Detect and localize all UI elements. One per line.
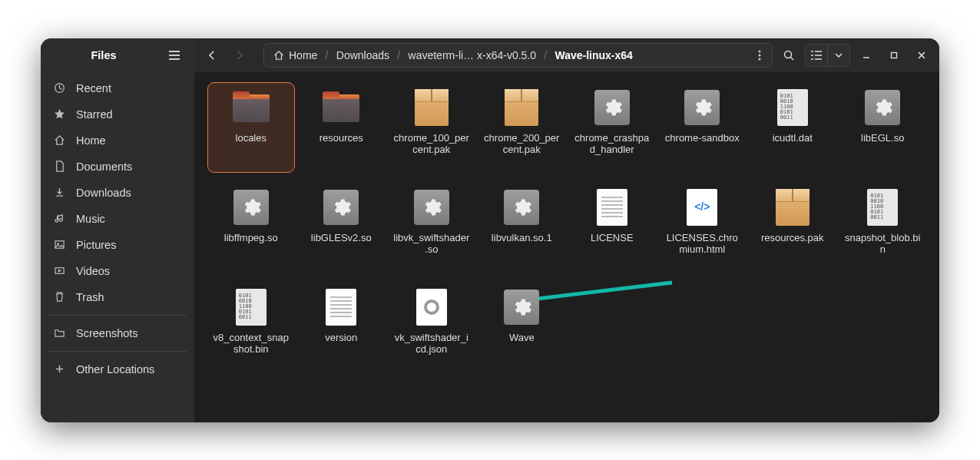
file-item[interactable]: chrome-sandbox [660, 83, 746, 172]
kebab-icon [758, 50, 761, 61]
sidebar-item-home[interactable]: Home [41, 127, 194, 154]
file-label: vk_swiftshader_icd.json [393, 332, 470, 356]
file-thumbnail [410, 286, 453, 329]
sidebar-item-label: Recent [76, 82, 111, 94]
file-item[interactable]: vk_swiftshader_icd.json [389, 283, 475, 372]
hamburger-menu-button[interactable] [164, 45, 185, 66]
file-label: version [325, 332, 357, 344]
file-label: chrome_200_percent.pak [483, 132, 560, 156]
breadcrumb-segment[interactable]: Downloads [330, 44, 396, 67]
sidebar-item-label: Downloads [76, 187, 131, 199]
sidebar-item-recent[interactable]: Recent [41, 75, 194, 101]
sidebar-item-music[interactable]: Music [41, 206, 194, 232]
file-item[interactable]: version [299, 283, 385, 372]
search-icon [783, 49, 795, 61]
breadcrumb-segment[interactable]: Home [267, 44, 323, 67]
file-item[interactable]: locales [208, 83, 294, 172]
svg-point-4 [759, 50, 761, 52]
search-button[interactable] [777, 44, 800, 67]
path-menu-button[interactable] [750, 50, 769, 61]
file-item[interactable]: libffmpeg.so [208, 183, 294, 272]
folder-icon [53, 327, 65, 339]
sidebar-item-documents[interactable]: Documents [41, 154, 194, 180]
file-thumbnail [319, 286, 363, 329]
file-thumbnail [500, 286, 543, 329]
file-item[interactable]: libvulkan.so.1 [479, 183, 565, 272]
breadcrumb-separator: / [323, 48, 329, 62]
file-thumbnail [319, 86, 363, 129]
file-item[interactable]: libvk_swiftshader.so [389, 183, 475, 272]
file-item[interactable]: libEGL.so [840, 83, 926, 172]
sidebar-item-downloads[interactable]: Downloads [41, 180, 194, 206]
file-thumbnail: </> [680, 186, 723, 229]
file-item[interactable]: LICENSE [569, 183, 655, 272]
breadcrumb-segment[interactable]: Wave-linux-x64 [548, 44, 638, 67]
close-button[interactable] [910, 44, 933, 67]
sidebar-item-label: Videos [76, 265, 110, 277]
sidebar-item-trash[interactable]: Trash [41, 284, 194, 310]
sidebar-item-label: Trash [76, 291, 104, 303]
chevron-left-icon [207, 51, 217, 60]
forward-button[interactable] [228, 44, 251, 67]
file-item[interactable]: 01010010110001010011icudtl.dat [750, 83, 836, 172]
sidebar-item-label: Pictures [76, 239, 116, 251]
file-label: libvulkan.so.1 [492, 232, 552, 244]
sidebar-item-other-locations[interactable]: Other Locations [41, 356, 194, 382]
back-button[interactable] [200, 44, 223, 67]
sidebar-item-screenshots[interactable]: Screenshots [41, 320, 194, 346]
breadcrumb-segment[interactable]: waveterm-li… x-x64-v0.5.0 [402, 44, 543, 67]
files-grid[interactable]: localesresourceschrome_100_percent.pakch… [194, 72, 939, 422]
toolbar: Home/Downloads/waveterm-li… x-x64-v0.5.0… [194, 38, 939, 72]
file-thumbnail [500, 186, 543, 229]
sidebar-item-label: Music [76, 213, 105, 225]
sidebar-item-videos[interactable]: Videos [41, 258, 194, 284]
file-item[interactable]: libGLESv2.so [299, 183, 385, 272]
svg-point-5 [759, 54, 761, 56]
minimize-button[interactable] [855, 44, 878, 67]
file-label: libvk_swiftshader.so [393, 232, 470, 256]
home-icon [273, 50, 284, 61]
file-thumbnail [680, 86, 723, 129]
file-label: v8_context_snapshot.bin [213, 332, 290, 356]
file-label: chrome-sandbox [665, 132, 740, 144]
sidebar-item-label: Screenshots [76, 327, 138, 339]
list-icon [811, 51, 822, 60]
chevron-down-icon [835, 53, 843, 58]
file-item[interactable]: chrome_100_percent.pak [389, 83, 475, 172]
file-item[interactable]: 01010010110001010011v8_context_snapshot.… [208, 283, 294, 372]
file-thumbnail [500, 86, 543, 129]
file-label: resources.pak [761, 232, 824, 244]
file-thumbnail [410, 86, 453, 129]
file-item[interactable]: </>LICENSES.chromium.html [660, 183, 746, 272]
file-item[interactable]: Wave [479, 283, 565, 372]
file-thumbnail: 01010010110001010011 [861, 186, 904, 229]
file-item[interactable]: 01010010110001010011snapshot_blob.bin [840, 183, 926, 272]
sidebar-item-starred[interactable]: Starred [41, 101, 194, 127]
file-thumbnail [230, 186, 273, 229]
file-item[interactable]: resources.pak [750, 183, 836, 272]
view-mode-combo [805, 44, 850, 67]
download-icon [53, 187, 65, 198]
sidebar-item-pictures[interactable]: Pictures [41, 232, 194, 258]
list-view-button[interactable] [806, 45, 827, 66]
hamburger-icon [169, 51, 180, 60]
maximize-button[interactable] [882, 44, 906, 67]
sidebar-header: Files [41, 38, 194, 72]
file-label: Wave [509, 332, 535, 344]
file-thumbnail: 01010010110001010011 [771, 86, 814, 129]
sidebar-item-label: Other Locations [76, 363, 154, 376]
file-item[interactable]: chrome_200_percent.pak [479, 83, 565, 172]
breadcrumb-label: Wave-linux-x64 [555, 49, 632, 61]
chevron-right-icon [235, 51, 244, 60]
sidebar-item-label: Documents [76, 161, 132, 173]
file-thumbnail [771, 186, 814, 229]
view-dropdown-button[interactable] [828, 45, 849, 66]
file-item[interactable]: resources [299, 83, 385, 172]
file-label: chrome_crashpad_handler [574, 132, 651, 156]
breadcrumb-label: waveterm-li… x-x64-v0.5.0 [409, 49, 537, 61]
breadcrumb-label: Downloads [336, 49, 389, 61]
file-manager-window: Files RecentStarredHomeDocumentsDownload… [41, 38, 939, 422]
breadcrumb-bar: Home/Downloads/waveterm-li… x-x64-v0.5.0… [263, 43, 773, 68]
svg-rect-8 [892, 52, 897, 58]
file-item[interactable]: chrome_crashpad_handler [569, 83, 655, 172]
